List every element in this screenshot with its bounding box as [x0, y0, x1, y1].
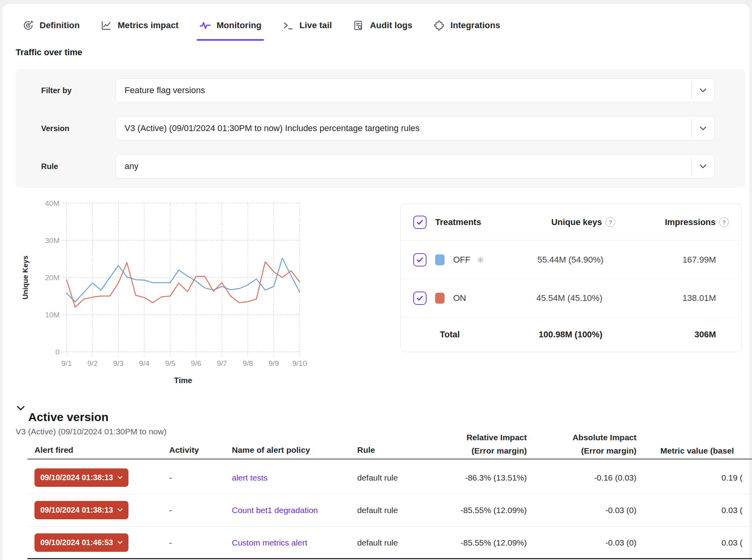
absolute-impact-cell: -0.03 (0): [539, 538, 636, 547]
active-version-subtitle: V3 (Active) (09/10/2024 01:30PM to now): [16, 427, 166, 436]
chevron-down-icon[interactable]: [700, 126, 707, 131]
rule-cell: default rule: [357, 506, 398, 515]
alert-fired-time: 09/10/2024 01:46:53: [40, 538, 113, 547]
tab-audit-logs[interactable]: Audit logs: [352, 10, 412, 41]
audit-log-icon: [352, 19, 365, 32]
svg-text:40M: 40M: [45, 199, 60, 207]
treatment-off-checkbox[interactable]: [413, 253, 427, 266]
table-bottom-border: [27, 558, 752, 559]
col-header-metric-value: Metric value (basel: [660, 446, 734, 456]
svg-text:9/8: 9/8: [243, 359, 253, 367]
tab-label: Live tail: [300, 20, 332, 31]
target-icon: [22, 19, 34, 32]
treatments-select-all-checkbox[interactable]: [413, 216, 427, 229]
filter-by-select[interactable]: Feature flag versions: [116, 78, 715, 103]
activity-cell: -: [169, 506, 172, 515]
treatments-header-row: Treatments Unique keys ? Impressions ?: [401, 204, 741, 240]
col-header-activity: Activity: [169, 445, 199, 455]
alert-fired-button[interactable]: 09/10/2024 01:46:53: [34, 533, 128, 552]
terminal-icon: [282, 19, 295, 32]
svg-text:9/7: 9/7: [217, 359, 227, 367]
select-divider: [691, 81, 692, 99]
treatment-row-off: OFF 55.44M (54.90%) 167.99M: [401, 240, 741, 279]
impressions-value: 167.99M: [682, 255, 729, 265]
collapse-chevron-icon[interactable]: [16, 405, 25, 411]
tab-live-tail[interactable]: Live tail: [282, 10, 332, 41]
alert-policy-link[interactable]: Custom metrics alert: [232, 538, 307, 547]
rule-select[interactable]: any: [116, 154, 715, 178]
filter-panel: Filter by Feature flag versions Version …: [16, 69, 745, 188]
svg-text:9/3: 9/3: [113, 359, 123, 367]
rule-cell: default rule: [357, 538, 398, 547]
unique-keys-value: 45.54M (45.10%): [536, 293, 615, 303]
filter-by-row: Filter by Feature flag versions: [16, 78, 745, 103]
svg-text:9/5: 9/5: [165, 359, 175, 367]
chevron-down-icon: [118, 508, 123, 512]
tab-label: Definition: [40, 20, 80, 31]
tab-definition[interactable]: Definition: [22, 10, 80, 41]
svg-text:30M: 30M: [45, 236, 60, 245]
svg-text:0: 0: [55, 348, 60, 356]
chevron-down-icon[interactable]: [700, 88, 707, 93]
row-divider: [27, 526, 752, 527]
total-label: Total: [440, 330, 460, 340]
absolute-impact-cell: -0.03 (0): [539, 506, 636, 515]
chevron-down-icon[interactable]: [700, 164, 707, 169]
unique-keys-header: Unique keys: [551, 217, 602, 227]
impressions-header: Impressions: [665, 217, 716, 227]
svg-text:9/1: 9/1: [61, 359, 72, 367]
line-chart-icon: [100, 19, 112, 32]
alert-fired-button[interactable]: 09/10/2024 01:38:13: [34, 501, 128, 519]
treatment-name: OFF: [453, 255, 470, 265]
col-header-rule: Rule: [357, 445, 375, 455]
tab-label: Metrics impact: [118, 20, 178, 31]
svg-text:9/2: 9/2: [87, 359, 98, 367]
relative-impact-cell: -85.55% (12.09%): [429, 538, 527, 547]
svg-text:9/4: 9/4: [139, 359, 150, 367]
monitoring-page: Definition Metrics impact Monitoring: [0, 0, 752, 560]
version-select[interactable]: V3 (Active) (09/01/2024 01:30PM to now) …: [116, 116, 715, 140]
treatments-header: Treatments: [435, 217, 481, 227]
activity-cell: -: [169, 473, 172, 483]
tab-bar: Definition Metrics impact Monitoring: [2, 10, 750, 41]
puzzle-icon: [433, 19, 445, 32]
filter-by-value: Feature flag versions: [125, 85, 205, 95]
help-icon[interactable]: ?: [719, 217, 729, 227]
chevron-down-icon: [118, 541, 123, 544]
rule-cell: default rule: [357, 473, 398, 483]
help-icon[interactable]: ?: [606, 217, 615, 227]
tab-label: Audit logs: [370, 20, 412, 31]
treatment-row-on: ON 45.54M (45.10%) 138.01M: [401, 279, 741, 317]
impressions-value: 138.01M: [682, 293, 729, 303]
rule-row: Rule any: [16, 154, 745, 178]
svg-text:9/6: 9/6: [191, 359, 201, 367]
svg-text:9/10: 9/10: [293, 359, 307, 367]
svg-text:Unique Keys: Unique Keys: [22, 256, 29, 299]
tab-metrics-impact[interactable]: Metrics impact: [100, 10, 178, 41]
rule-value: any: [125, 161, 138, 171]
treatments-total-row: Total 100.98M (100%) 306M: [401, 317, 741, 352]
absolute-impact-cell: -0.16 (0.03): [539, 473, 636, 483]
treatment-name: ON: [453, 293, 466, 303]
alert-policy-link[interactable]: alert tests: [232, 473, 268, 483]
alert-policy-link[interactable]: Count bet1 degradation: [232, 506, 318, 515]
svg-text:Time: Time: [174, 376, 192, 385]
col-header-relative-impact: Relative Impact: [429, 433, 527, 442]
default-treatment-icon: [477, 256, 484, 264]
alert-fired-time: 09/10/2024 01:38:13: [40, 506, 113, 515]
svg-text:10M: 10M: [45, 311, 60, 319]
treatment-on-checkbox[interactable]: [413, 292, 427, 305]
tab-monitoring[interactable]: Monitoring: [199, 10, 262, 41]
alert-fired-button[interactable]: 09/10/2024 01:38:13: [34, 468, 128, 487]
tab-integrations[interactable]: Integrations: [433, 10, 500, 41]
svg-text:20M: 20M: [45, 274, 60, 282]
rule-label: Rule: [41, 162, 58, 171]
table-header-divider: [27, 459, 752, 459]
version-label: Version: [41, 124, 69, 133]
svg-text:9/9: 9/9: [269, 359, 279, 367]
version-value: V3 (Active) (09/01/2024 01:30PM to now) …: [125, 123, 419, 133]
total-impressions: 306M: [694, 330, 729, 340]
off-series-swatch: [435, 254, 445, 265]
metric-value-cell: 0.19 (: [721, 473, 743, 483]
col-header-absolute-impact: Absolute Impact: [539, 433, 636, 442]
